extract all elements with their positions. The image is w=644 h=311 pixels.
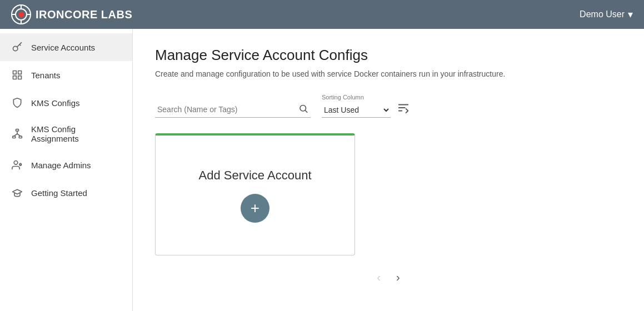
sidebar-item-manage-admins[interactable]: Manage Admins <box>0 151 132 179</box>
svg-point-18 <box>14 161 18 165</box>
prev-icon: ‹ <box>377 271 381 283</box>
pagination-row: ‹ › <box>155 269 622 286</box>
page-title: Manage Service Account Configs <box>155 47 622 64</box>
svg-point-2 <box>18 12 24 17</box>
sidebar-item-kms-config-assignments[interactable]: KMS Config Assignments <box>0 117 132 151</box>
plus-icon: + <box>251 200 259 216</box>
key-icon <box>11 41 23 53</box>
add-card-title: Add Service Account <box>198 168 311 183</box>
user-chevron-icon: ▾ <box>628 8 633 21</box>
sidebar-item-getting-started[interactable]: Getting Started <box>0 179 132 207</box>
sidebar-label-kms-configs: KMS Configs <box>31 98 80 108</box>
app-header: IRONCORE LABS Demo User ▾ <box>0 0 644 29</box>
sort-group: Sorting Column Last Used Name Created Da… <box>322 94 412 118</box>
search-wrapper <box>155 102 311 118</box>
sidebar-item-tenants[interactable]: Tenants <box>0 61 132 89</box>
sidebar-label-kms-config-assignments: KMS Config Assignments <box>31 124 121 143</box>
grid-icon <box>11 69 23 81</box>
user-label: Demo User <box>580 9 625 19</box>
svg-rect-11 <box>18 76 22 79</box>
user-menu[interactable]: Demo User ▾ <box>580 8 633 21</box>
sidebar-label-tenants: Tenants <box>31 71 61 80</box>
logo-icon <box>11 4 31 24</box>
svg-line-16 <box>14 134 17 136</box>
svg-rect-9 <box>18 71 22 74</box>
sidebar: Service Accounts Tenants KMS Configs <box>0 29 133 311</box>
cards-area: Add Service Account + <box>155 133 622 255</box>
page-subtitle: Create and manage configuration to be us… <box>155 69 622 78</box>
controls-row: Sorting Column Last Used Name Created Da… <box>155 94 622 118</box>
add-service-account-button[interactable]: + <box>241 194 269 223</box>
svg-rect-8 <box>13 71 17 74</box>
app-layout: Service Accounts Tenants KMS Configs <box>0 29 644 311</box>
next-icon: › <box>396 271 400 283</box>
add-service-account-card[interactable]: Add Service Account + <box>155 133 355 255</box>
sort-label-group: Sorting Column Last Used Name Created Da… <box>322 94 391 118</box>
sort-order-button[interactable] <box>395 102 412 117</box>
sidebar-item-kms-configs[interactable]: KMS Configs <box>0 89 132 117</box>
sidebar-item-service-accounts[interactable]: Service Accounts <box>0 33 132 61</box>
sort-order-icon <box>397 102 410 114</box>
svg-line-21 <box>305 110 307 112</box>
logo-text: IRONCORE LABS <box>36 8 132 21</box>
sort-column-label: Sorting Column <box>322 94 391 101</box>
person-settings-icon <box>11 159 23 171</box>
graduation-icon <box>11 187 23 199</box>
search-icon <box>298 103 308 113</box>
sort-select[interactable]: Last Used Name Created Date <box>322 103 391 118</box>
sidebar-label-service-accounts: Service Accounts <box>31 43 95 52</box>
shield-icon <box>11 97 23 109</box>
main-content: Manage Service Account Configs Create an… <box>133 29 644 311</box>
prev-page-button[interactable]: ‹ <box>375 269 383 286</box>
search-input[interactable] <box>155 102 311 118</box>
sidebar-label-getting-started: Getting Started <box>31 188 87 198</box>
svg-line-17 <box>17 134 21 136</box>
svg-rect-10 <box>13 76 17 79</box>
next-page-button[interactable]: › <box>394 269 402 286</box>
sidebar-label-manage-admins: Manage Admins <box>31 160 91 170</box>
search-button[interactable] <box>298 103 308 116</box>
hierarchy-icon <box>11 128 23 140</box>
logo: IRONCORE LABS <box>11 4 132 24</box>
